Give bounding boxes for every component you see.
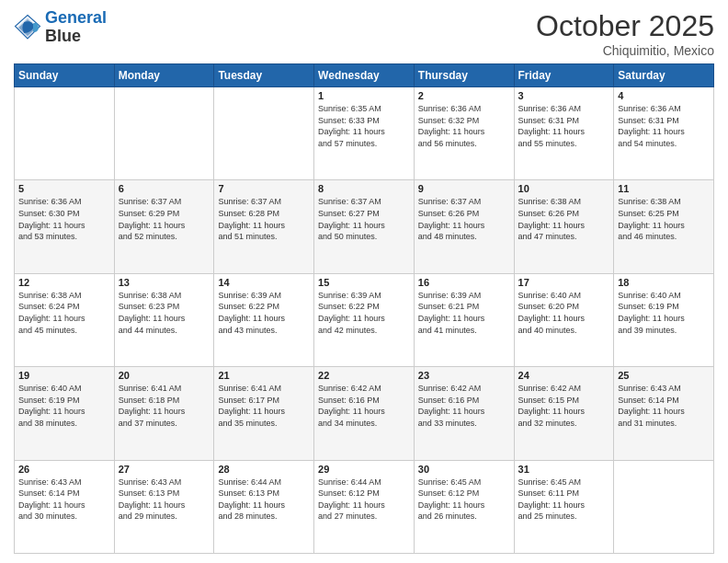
calendar-week-row: 12Sunrise: 6:38 AM Sunset: 6:24 PM Dayli… bbox=[15, 273, 714, 366]
day-info: Sunrise: 6:44 AM Sunset: 6:12 PM Dayligh… bbox=[318, 477, 410, 523]
day-info: Sunrise: 6:38 AM Sunset: 6:25 PM Dayligh… bbox=[618, 196, 710, 242]
calendar-day-cell: 2Sunrise: 6:36 AM Sunset: 6:32 PM Daylig… bbox=[414, 87, 514, 180]
calendar-day-cell bbox=[214, 87, 314, 180]
day-info: Sunrise: 6:36 AM Sunset: 6:31 PM Dayligh… bbox=[518, 103, 610, 149]
calendar-day-cell: 26Sunrise: 6:43 AM Sunset: 6:14 PM Dayli… bbox=[15, 460, 115, 553]
calendar-day-cell: 5Sunrise: 6:36 AM Sunset: 6:30 PM Daylig… bbox=[15, 180, 115, 273]
day-number: 24 bbox=[518, 370, 610, 381]
logo: General Blue bbox=[14, 9, 107, 46]
day-info: Sunrise: 6:39 AM Sunset: 6:22 PM Dayligh… bbox=[318, 290, 410, 336]
day-info: Sunrise: 6:36 AM Sunset: 6:32 PM Dayligh… bbox=[418, 103, 510, 149]
calendar-day-cell: 1Sunrise: 6:35 AM Sunset: 6:33 PM Daylig… bbox=[314, 87, 415, 180]
day-info: Sunrise: 6:38 AM Sunset: 6:26 PM Dayligh… bbox=[518, 196, 610, 242]
day-number: 21 bbox=[218, 370, 310, 381]
calendar-day-cell: 18Sunrise: 6:40 AM Sunset: 6:19 PM Dayli… bbox=[614, 273, 714, 366]
calendar-day-cell: 11Sunrise: 6:38 AM Sunset: 6:25 PM Dayli… bbox=[614, 180, 714, 273]
day-number: 23 bbox=[418, 370, 510, 381]
weekday-header: Saturday bbox=[614, 64, 714, 87]
calendar-day-cell: 24Sunrise: 6:42 AM Sunset: 6:15 PM Dayli… bbox=[514, 367, 614, 460]
calendar-day-cell: 4Sunrise: 6:36 AM Sunset: 6:31 PM Daylig… bbox=[614, 87, 714, 180]
calendar-day-cell bbox=[15, 87, 115, 180]
day-number: 29 bbox=[318, 464, 410, 475]
calendar-day-cell: 29Sunrise: 6:44 AM Sunset: 6:12 PM Dayli… bbox=[314, 460, 415, 553]
weekday-header: Thursday bbox=[414, 64, 514, 87]
day-number: 26 bbox=[18, 464, 110, 475]
calendar-day-cell: 8Sunrise: 6:37 AM Sunset: 6:27 PM Daylig… bbox=[314, 180, 415, 273]
day-number: 19 bbox=[18, 370, 110, 381]
day-number: 22 bbox=[318, 370, 410, 381]
day-info: Sunrise: 6:41 AM Sunset: 6:17 PM Dayligh… bbox=[218, 383, 310, 429]
calendar-day-cell: 7Sunrise: 6:37 AM Sunset: 6:28 PM Daylig… bbox=[214, 180, 314, 273]
day-number: 16 bbox=[418, 277, 510, 288]
calendar-day-cell: 14Sunrise: 6:39 AM Sunset: 6:22 PM Dayli… bbox=[214, 273, 314, 366]
day-info: Sunrise: 6:40 AM Sunset: 6:20 PM Dayligh… bbox=[518, 290, 610, 336]
logo-line2: Blue bbox=[45, 28, 107, 46]
day-info: Sunrise: 6:39 AM Sunset: 6:22 PM Dayligh… bbox=[218, 290, 310, 336]
day-info: Sunrise: 6:41 AM Sunset: 6:18 PM Dayligh… bbox=[119, 383, 210, 429]
calendar-day-cell: 9Sunrise: 6:37 AM Sunset: 6:26 PM Daylig… bbox=[414, 180, 514, 273]
calendar-day-cell bbox=[614, 460, 714, 553]
day-info: Sunrise: 6:37 AM Sunset: 6:28 PM Dayligh… bbox=[218, 196, 310, 242]
day-info: Sunrise: 6:42 AM Sunset: 6:16 PM Dayligh… bbox=[418, 383, 510, 429]
day-info: Sunrise: 6:36 AM Sunset: 6:30 PM Dayligh… bbox=[18, 196, 110, 242]
day-info: Sunrise: 6:45 AM Sunset: 6:12 PM Dayligh… bbox=[418, 477, 510, 523]
calendar-week-row: 5Sunrise: 6:36 AM Sunset: 6:30 PM Daylig… bbox=[15, 180, 714, 273]
day-info: Sunrise: 6:38 AM Sunset: 6:24 PM Dayligh… bbox=[18, 290, 110, 336]
day-info: Sunrise: 6:45 AM Sunset: 6:11 PM Dayligh… bbox=[518, 477, 610, 523]
weekday-header: Sunday bbox=[15, 64, 115, 87]
calendar: SundayMondayTuesdayWednesdayThursdayFrid… bbox=[14, 63, 714, 554]
day-number: 28 bbox=[218, 464, 310, 475]
calendar-day-cell: 19Sunrise: 6:40 AM Sunset: 6:19 PM Dayli… bbox=[15, 367, 115, 460]
title-block: October 2025 Chiquimitio, Mexico bbox=[536, 9, 714, 58]
calendar-day-cell: 17Sunrise: 6:40 AM Sunset: 6:20 PM Dayli… bbox=[514, 273, 614, 366]
day-number: 30 bbox=[418, 464, 510, 475]
day-number: 7 bbox=[218, 183, 310, 194]
day-number: 13 bbox=[119, 277, 210, 288]
logo-text: General Blue bbox=[45, 9, 107, 46]
day-info: Sunrise: 6:37 AM Sunset: 6:27 PM Dayligh… bbox=[318, 196, 410, 242]
day-info: Sunrise: 6:40 AM Sunset: 6:19 PM Dayligh… bbox=[18, 383, 110, 429]
calendar-day-cell: 10Sunrise: 6:38 AM Sunset: 6:26 PM Dayli… bbox=[514, 180, 614, 273]
day-info: Sunrise: 6:43 AM Sunset: 6:13 PM Dayligh… bbox=[119, 477, 210, 523]
calendar-day-cell: 12Sunrise: 6:38 AM Sunset: 6:24 PM Dayli… bbox=[15, 273, 115, 366]
day-info: Sunrise: 6:42 AM Sunset: 6:15 PM Dayligh… bbox=[518, 383, 610, 429]
calendar-day-cell bbox=[114, 87, 214, 180]
day-number: 8 bbox=[318, 183, 410, 194]
calendar-day-cell: 31Sunrise: 6:45 AM Sunset: 6:11 PM Dayli… bbox=[514, 460, 614, 553]
calendar-day-cell: 21Sunrise: 6:41 AM Sunset: 6:17 PM Dayli… bbox=[214, 367, 314, 460]
calendar-day-cell: 25Sunrise: 6:43 AM Sunset: 6:14 PM Dayli… bbox=[614, 367, 714, 460]
day-number: 10 bbox=[518, 183, 610, 194]
calendar-day-cell: 28Sunrise: 6:44 AM Sunset: 6:13 PM Dayli… bbox=[214, 460, 314, 553]
day-number: 3 bbox=[518, 90, 610, 101]
day-number: 11 bbox=[618, 183, 710, 194]
calendar-day-cell: 22Sunrise: 6:42 AM Sunset: 6:16 PM Dayli… bbox=[314, 367, 415, 460]
calendar-week-row: 19Sunrise: 6:40 AM Sunset: 6:19 PM Dayli… bbox=[15, 367, 714, 460]
weekday-header: Friday bbox=[514, 64, 614, 87]
day-info: Sunrise: 6:43 AM Sunset: 6:14 PM Dayligh… bbox=[18, 477, 110, 523]
calendar-day-cell: 23Sunrise: 6:42 AM Sunset: 6:16 PM Dayli… bbox=[414, 367, 514, 460]
month-title: October 2025 bbox=[536, 9, 714, 43]
day-info: Sunrise: 6:35 AM Sunset: 6:33 PM Dayligh… bbox=[318, 103, 410, 149]
calendar-day-cell: 30Sunrise: 6:45 AM Sunset: 6:12 PM Dayli… bbox=[414, 460, 514, 553]
calendar-day-cell: 27Sunrise: 6:43 AM Sunset: 6:13 PM Dayli… bbox=[114, 460, 214, 553]
day-info: Sunrise: 6:40 AM Sunset: 6:19 PM Dayligh… bbox=[618, 290, 710, 336]
calendar-day-cell: 6Sunrise: 6:37 AM Sunset: 6:29 PM Daylig… bbox=[114, 180, 214, 273]
day-number: 9 bbox=[418, 183, 510, 194]
day-number: 20 bbox=[119, 370, 210, 381]
day-info: Sunrise: 6:36 AM Sunset: 6:31 PM Dayligh… bbox=[618, 103, 710, 149]
day-number: 5 bbox=[18, 183, 110, 194]
day-number: 12 bbox=[18, 277, 110, 288]
day-info: Sunrise: 6:38 AM Sunset: 6:23 PM Dayligh… bbox=[119, 290, 210, 336]
calendar-day-cell: 15Sunrise: 6:39 AM Sunset: 6:22 PM Dayli… bbox=[314, 273, 415, 366]
day-number: 1 bbox=[318, 90, 410, 101]
day-info: Sunrise: 6:37 AM Sunset: 6:26 PM Dayligh… bbox=[418, 196, 510, 242]
page: General Blue October 2025 Chiquimitio, M… bbox=[0, 0, 728, 563]
day-number: 27 bbox=[119, 464, 210, 475]
weekday-header: Monday bbox=[114, 64, 214, 87]
logo-icon bbox=[14, 14, 41, 41]
day-number: 14 bbox=[218, 277, 310, 288]
day-number: 17 bbox=[518, 277, 610, 288]
calendar-day-cell: 20Sunrise: 6:41 AM Sunset: 6:18 PM Dayli… bbox=[114, 367, 214, 460]
calendar-header-row: SundayMondayTuesdayWednesdayThursdayFrid… bbox=[15, 64, 714, 87]
calendar-day-cell: 16Sunrise: 6:39 AM Sunset: 6:21 PM Dayli… bbox=[414, 273, 514, 366]
